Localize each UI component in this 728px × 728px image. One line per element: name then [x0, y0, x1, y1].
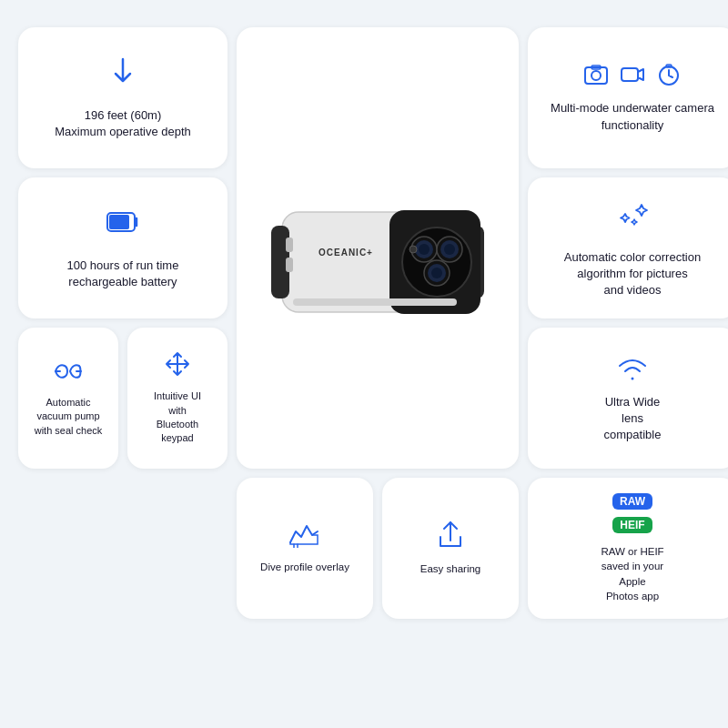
svg-point-14: [410, 246, 417, 253]
camera-card: Multi-mode underwater camerafunctionalit…: [528, 27, 728, 168]
svg-rect-16: [286, 238, 293, 252]
svg-rect-22: [622, 68, 638, 81]
ultra-wide-card: Ultra Widelenscompatible: [528, 328, 728, 469]
svg-text:OCEANIC+: OCEANIC+: [318, 248, 373, 258]
svg-rect-17: [286, 258, 293, 272]
device-image-card: OCEANIC+: [237, 27, 519, 469]
raw-heif-card: RAW HEIF RAW or HEIFsaved in yourApplePh…: [528, 478, 728, 619]
battery-icon: [106, 206, 139, 250]
svg-point-20: [592, 71, 601, 80]
vacuum-card: Automaticvacuum pumpwith seal check: [18, 328, 118, 469]
photo-icon: [583, 62, 609, 93]
battery-card: 100 hours of run timerechargeable batter…: [18, 177, 228, 318]
color-correction-card: Automatic color correctionalgorithm for …: [528, 177, 728, 318]
vacuum-icon: [54, 359, 83, 389]
sharing-card: Easy sharing: [382, 478, 519, 619]
ui-bluetooth-card: Intuitive UIwithBluetoothkeypad: [127, 328, 228, 469]
raw-badge: RAW: [612, 493, 652, 510]
raw-heif-label: RAW or HEIFsaved in yourApplePhotos app: [601, 544, 663, 602]
right-bottom-section: Ultra Widelenscompatible RAW HEIF RAW or…: [528, 328, 728, 619]
ultra-wide-label: Ultra Widelenscompatible: [604, 394, 662, 444]
svg-rect-27: [109, 215, 129, 229]
vacuum-label: Automaticvacuum pumpwith seal check: [35, 396, 103, 438]
video-icon: [620, 62, 645, 93]
heif-badge: HEIF: [612, 517, 652, 533]
camera-icons: [583, 62, 682, 93]
color-correction-label: Automatic color correctionalgorithm for …: [564, 249, 701, 299]
dive-profile-card: Dive profile overlay: [237, 478, 373, 619]
ui-bluetooth-label: Intuitive UIwithBluetoothkeypad: [154, 389, 201, 446]
svg-point-10: [444, 244, 455, 255]
move-icon: [164, 350, 191, 382]
battery-label: 100 hours of run timerechargeable batter…: [67, 258, 179, 290]
sparkle-icon: [616, 197, 649, 242]
badges-container: RAW HEIF: [612, 493, 652, 537]
share-icon: [437, 521, 464, 554]
dive-profile-icon: [288, 522, 321, 552]
sharing-label: Easy sharing: [420, 561, 480, 576]
left-row3-container: Automaticvacuum pumpwith seal check Intu…: [18, 328, 228, 469]
svg-point-7: [419, 244, 430, 255]
depth-icon: [106, 56, 139, 100]
svg-point-13: [431, 268, 442, 278]
bottom-row: Dive profile overlay Easy sharing: [237, 478, 519, 619]
depth-label: 196 feet (60m)Maximum operative depth: [55, 107, 191, 140]
device-svg: OCEANIC+: [255, 157, 500, 339]
wifi-icon: [616, 353, 649, 387]
main-container: 196 feet (60m)Maximum operative depth: [9, 18, 719, 710]
svg-rect-18: [293, 298, 457, 306]
camera-label: Multi-mode underwater camerafunctionalit…: [551, 100, 714, 133]
timer-icon: [656, 62, 682, 93]
depth-card: 196 feet (60m)Maximum operative depth: [18, 27, 228, 168]
dive-profile-label: Dive profile overlay: [260, 560, 349, 574]
